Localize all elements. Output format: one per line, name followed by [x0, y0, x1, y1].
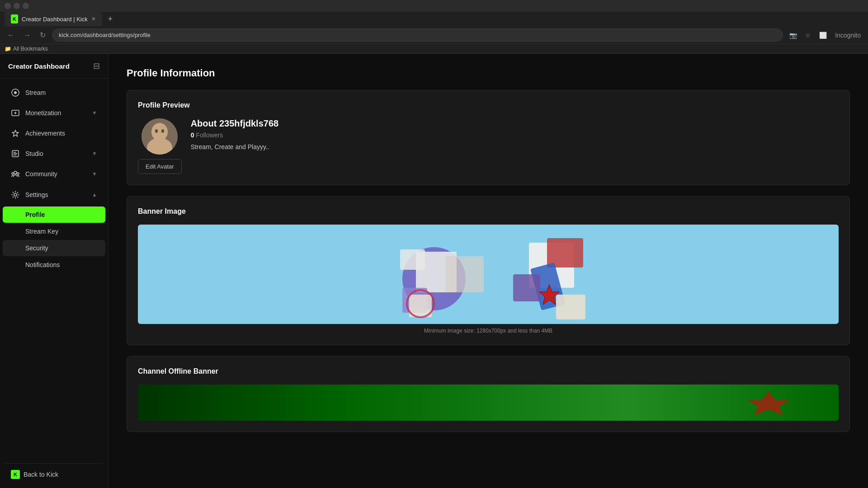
page-title: Profile Information — [127, 67, 850, 79]
main-content: Profile Information Profile Preview — [108, 54, 868, 488]
stream-key-label: Stream Key — [25, 228, 58, 235]
bookmarks-bar: 📁 All Bookmarks — [0, 44, 868, 53]
achievements-label: Achievements — [25, 130, 97, 137]
offline-banner-title: Channel Offline Banner — [138, 367, 839, 375]
banner-image-card: Banner Image — [127, 196, 850, 345]
app-layout: Creator Dashboard ⊟ Stream — [0, 54, 868, 488]
sidebar-item-community[interactable]: Community ▼ — [3, 164, 105, 184]
offline-banner-card: Channel Offline Banner — [127, 356, 850, 432]
sidebar-item-achievements[interactable]: Achievements — [3, 123, 105, 143]
bookmark-icon[interactable]: ☆ — [802, 30, 814, 41]
back-to-kick-button[interactable]: K Back to Kick — [3, 463, 105, 485]
sidebar-header: Creator Dashboard ⊟ — [0, 54, 108, 79]
community-icon — [11, 169, 20, 178]
svg-rect-26 — [556, 295, 585, 319]
svg-rect-19 — [400, 249, 425, 270]
followers-count: 0 — [191, 131, 194, 139]
settings-section: Settings ▲ Profile Stream Key Security N… — [0, 185, 108, 274]
sidebar-nav: Stream Monetization ▼ — [0, 79, 108, 460]
avatar-image — [142, 118, 178, 155]
settings-chevron-icon: ▲ — [92, 192, 97, 198]
banner-caption: Minimum image size: 1280x700px and less … — [138, 328, 839, 334]
sidebar-item-settings[interactable]: Settings ▲ — [3, 185, 105, 205]
profile-username: About 235hfjdkls768 — [191, 118, 839, 129]
tab-title: Creator Dashboard | Kick — [22, 16, 88, 23]
address-text: kick.com/dashboard/settings/profile — [59, 32, 151, 38]
offline-banner-preview — [138, 385, 839, 421]
kick-logo-icon: K — [11, 470, 20, 479]
stream-label: Stream — [25, 89, 97, 96]
minimize-window-btn[interactable] — [14, 3, 20, 9]
edit-avatar-button[interactable]: Edit Avatar — [138, 159, 182, 174]
monetization-icon — [11, 108, 20, 117]
back-to-kick-label: Back to Kick — [24, 471, 58, 478]
monetization-chevron-icon: ▼ — [92, 110, 97, 116]
avatar — [142, 118, 178, 155]
profile-preview-content: Edit Avatar About 235hfjdkls768 0 Follow… — [138, 118, 839, 174]
achievements-icon — [11, 129, 20, 138]
svg-point-12 — [161, 129, 164, 133]
back-button[interactable]: ← — [5, 29, 17, 41]
sidebar-collapse-button[interactable]: ⊟ — [93, 61, 100, 71]
security-label: Security — [25, 244, 48, 252]
address-bar-row: ← → ↻ kick.com/dashboard/settings/profil… — [0, 26, 868, 44]
studio-label: Studio — [25, 150, 86, 157]
bookmarks-label: All Bookmarks — [13, 46, 48, 52]
forward-button[interactable]: → — [21, 29, 33, 41]
tab-close-icon[interactable]: ✕ — [91, 16, 96, 22]
profile-label: Profile — [25, 211, 45, 218]
window-controls — [5, 3, 29, 9]
settings-children: Profile Stream Key Security Notification… — [0, 205, 108, 274]
edit-avatar-label: Edit Avatar — [146, 163, 174, 170]
browser-actions: 📷 ☆ ⬜ Incognito — [787, 30, 863, 41]
svg-point-6 — [17, 173, 19, 174]
bookmarks-folder-icon: 📁 — [5, 46, 11, 52]
profile-left: Edit Avatar — [138, 118, 182, 174]
sidebar-title: Creator Dashboard — [8, 62, 70, 70]
settings-label: Settings — [25, 191, 86, 198]
tab-bar: K Creator Dashboard | Kick ✕ + — [0, 12, 868, 26]
maximize-window-btn[interactable] — [23, 3, 29, 9]
settings-icon — [11, 190, 20, 199]
sidebar-item-stream-key[interactable]: Stream Key — [3, 223, 105, 239]
sidebar-item-stream[interactable]: Stream — [3, 83, 105, 103]
sidebar-item-notifications[interactable]: Notifications — [3, 257, 105, 273]
reload-button[interactable]: ↻ — [37, 29, 48, 41]
sidebar-item-monetization[interactable]: Monetization ▼ — [3, 103, 105, 123]
svg-rect-20 — [445, 256, 484, 292]
studio-icon — [11, 149, 20, 158]
profile-bio: Stream, Create and Playyy.. — [191, 143, 839, 150]
svg-rect-27 — [138, 385, 839, 421]
titlebar — [0, 0, 868, 12]
svg-point-7 — [14, 193, 17, 196]
svg-point-11 — [155, 129, 158, 133]
profile-preview-card: Profile Preview — [127, 90, 850, 185]
incognito-button[interactable]: Incognito — [832, 30, 863, 41]
profile-preview-title: Profile Preview — [138, 101, 839, 109]
profile-followers: 0 Followers — [191, 131, 839, 139]
tablet-icon[interactable]: ⬜ — [816, 30, 830, 41]
sidebar-item-profile[interactable]: Profile — [3, 206, 105, 223]
camera-off-icon[interactable]: 📷 — [787, 30, 800, 41]
sidebar-item-security[interactable]: Security — [3, 240, 105, 256]
incognito-label: Incognito — [835, 32, 861, 39]
notifications-label: Notifications — [25, 261, 60, 268]
address-bar[interactable]: kick.com/dashboard/settings/profile — [52, 28, 783, 42]
collapse-icon: ⊟ — [93, 61, 100, 70]
active-tab[interactable]: K Creator Dashboard | Kick ✕ — [5, 12, 102, 26]
svg-point-1 — [14, 91, 17, 94]
studio-chevron-icon: ▼ — [92, 150, 97, 157]
tab-favicon: K — [11, 15, 18, 23]
profile-info: About 235hfjdkls768 0 Followers Stream, … — [191, 118, 839, 150]
sidebar: Creator Dashboard ⊟ Stream — [0, 54, 108, 488]
close-window-btn[interactable] — [5, 3, 11, 9]
kick-favicon-icon: K — [11, 14, 18, 23]
stream-icon — [11, 88, 20, 97]
followers-text: Followers — [196, 131, 223, 139]
svg-point-5 — [12, 173, 14, 174]
new-tab-button[interactable]: + — [104, 13, 117, 25]
browser-chrome: K Creator Dashboard | Kick ✕ + ← → ↻ kic… — [0, 0, 868, 54]
community-chevron-icon: ▼ — [92, 171, 97, 177]
banner-image-title: Banner Image — [138, 207, 839, 216]
sidebar-item-studio[interactable]: Studio ▼ — [3, 144, 105, 164]
